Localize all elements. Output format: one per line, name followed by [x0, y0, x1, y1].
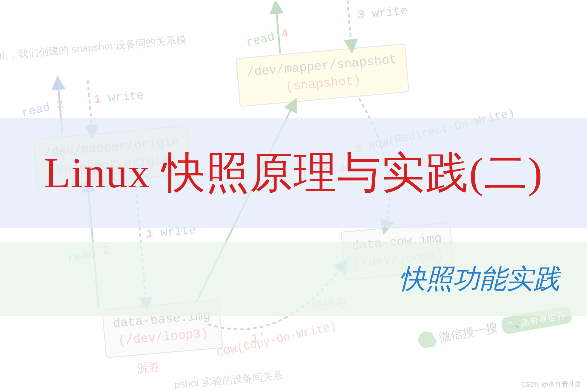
label-read-tr: read 4	[245, 27, 290, 50]
label-read-tl: read 2	[20, 97, 65, 120]
search-icon: 🔍	[507, 318, 520, 331]
label-cow: COW(Copy-On-Write)	[216, 320, 338, 359]
wechat-search-text: 微信搜一搜	[437, 319, 499, 346]
caption-bottom: pshot 实验的设备间关系	[174, 369, 283, 392]
box-snapshot: /dev/mapper/snapshot (snapshot)	[236, 43, 409, 107]
subtitle: 快照功能实践	[399, 261, 560, 297]
label-write-tl: 1 write	[93, 89, 144, 106]
label-source-vol: 源卷	[136, 358, 161, 377]
title-band: Linux 快照原理与实践(二)	[0, 118, 587, 228]
label-write-tr: 3 write	[357, 4, 408, 22]
svg-line-3	[348, 1, 352, 47]
caption-top: 此为止，我们创建的 snapshot 设备间的关系模	[0, 33, 187, 64]
main-title: Linux 快照原理与实践(二)	[44, 144, 543, 202]
watermark: CSDN @洛奇看世界	[521, 380, 581, 389]
subtitle-band: 快照功能实践	[0, 242, 587, 316]
wechat-icon	[417, 330, 436, 349]
